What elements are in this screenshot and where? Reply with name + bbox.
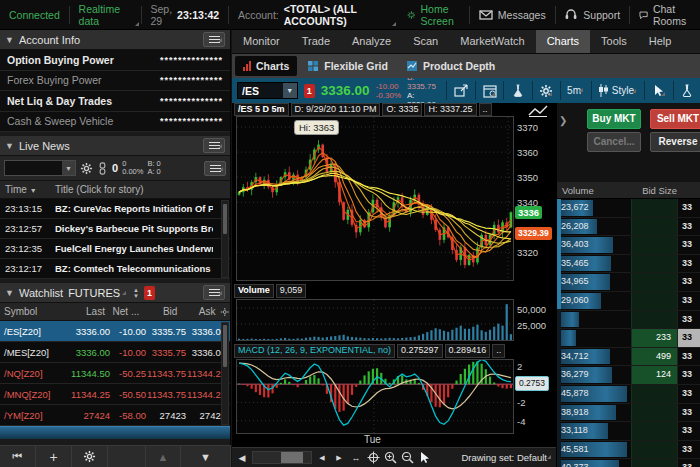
account-info-row[interactable]: Forex Buying Power************** [0,71,230,92]
gear-icon[interactable] [80,162,93,175]
account-info-header[interactable]: ▼ Account Info [0,30,230,50]
ladder-bid-size-cell[interactable] [631,422,677,440]
ladder-price-cell[interactable]: 33 [677,329,700,347]
chart-settings-gear-button[interactable] [539,82,555,100]
watchlist-scrollbar[interactable] [221,322,229,425]
account-info-row[interactable]: Net Liq & Day Trades************** [0,91,230,112]
ladder-bid-size-cell[interactable] [631,255,677,273]
collapse-left-button[interactable]: ⏮ [0,446,36,467]
news-col-title[interactable]: Title (Click for story) [55,184,144,195]
ladder-price-cell[interactable]: 33 [677,273,700,291]
flask-button[interactable] [510,82,526,100]
wl-col-bid[interactable]: Bid [139,306,177,317]
cursor-tool-button[interactable] [651,82,667,100]
watchlist-spinner[interactable]: ▲▼ [133,287,139,299]
news-row[interactable]: 23:13:15BZ: CureVac Reports Initiation O… [0,199,230,219]
home-screen-button[interactable]: Home Screen [398,0,469,30]
studies-flask-button[interactable] [679,82,695,100]
ladder-row[interactable]: 26,20833 [557,218,700,237]
ladder-bid-size-cell[interactable] [631,292,677,310]
tab-analyze[interactable]: Analyze [341,30,402,53]
ladder-row[interactable]: 38,91833 [557,404,700,423]
account-selector[interactable]: Account: <TOTAL> (ALL ACCOUNTS) [229,0,398,30]
ladder-row[interactable]: 29,06033 [557,292,700,311]
watchlist-header[interactable]: ▼ Watchlist FUTURES ▲▼ 1 [0,283,230,303]
gear-button[interactable] [72,446,108,467]
news-row[interactable]: 23:12:17BZ: Comtech Telecommunications s… [0,259,230,279]
ladder-row[interactable]: 45,87833 [557,385,700,404]
live-news-menu-button[interactable] [203,138,225,153]
sell-mkt-button[interactable]: Sell MKT [650,109,700,129]
scroll-up-button[interactable]: ▲ [145,446,181,467]
wl-col-symbol[interactable]: Symbol [0,306,57,317]
tab-tools[interactable]: Tools [590,30,638,53]
watchlist-row[interactable]: /NQ[Z20]11344.50-50.2511343.7511344.25 [0,363,230,384]
alert-badge[interactable]: 1 [304,84,315,98]
tab-scan[interactable]: Scan [402,30,449,53]
zoom-in-button[interactable] [383,450,397,465]
ladder-price-cell[interactable]: 33 [677,385,700,403]
scroll-down-button[interactable]: ▼ [181,446,231,467]
ladder-row[interactable]: 33 [557,311,700,330]
add-gadget-button[interactable]: + [36,446,72,467]
tab-charts[interactable]: Charts [536,30,590,53]
ladder-bid-size-cell[interactable] [631,199,677,217]
ladder-price-cell[interactable]: 33 [677,236,700,254]
watchlist-partial-row[interactable] [0,426,230,439]
panel-expander[interactable]: ❯ [559,115,567,126]
ladder-bid-size-cell[interactable] [631,404,677,422]
ladder-row[interactable]: 33,11833 [557,422,700,441]
messages-button[interactable]: Messages [470,0,555,30]
account-info-row[interactable]: Cash & Sweep Vehicle************** [0,112,230,133]
crosshair-button[interactable] [366,450,380,465]
drawing-set-selector[interactable]: Drawing set: Default [461,452,553,463]
zigzag-icon[interactable] [528,104,548,117]
news-scrollbar[interactable] [221,200,229,278]
ladder-bid-size-cell[interactable] [631,459,677,467]
ladder-bid-size-cell[interactable]: 124 [631,366,677,384]
ladder-row[interactable]: 45,58133 [557,441,700,460]
watchlist-selector[interactable]: FUTURES [68,287,128,299]
wl-col-ask[interactable]: Ask [177,306,215,317]
expand-horizontal-icon[interactable]: ↔ [349,450,363,465]
ladder-col-bid-size[interactable]: Bid Size [631,185,677,196]
ladder-bid-size-cell[interactable] [631,311,677,329]
ladder-price-cell[interactable]: 33 [677,366,700,384]
ladder-scrollbar-thumb[interactable] [557,199,561,309]
symbol-input[interactable]: /ES ▼ [237,82,298,99]
wl-col-net[interactable]: Net ... [105,306,139,317]
tab-marketwatch[interactable]: MarketWatch [449,30,535,53]
subtab-product-depth[interactable]: Product Depth [398,56,503,76]
tab-help[interactable]: Help [638,30,683,53]
ladder-bid-size-cell[interactable] [631,218,677,236]
wl-col-last[interactable]: Last [57,306,105,317]
step-back-button[interactable]: ◀ [315,450,329,465]
ladder-price-cell[interactable]: 33 [677,422,700,440]
timeframe-selector[interactable]: 5m [567,85,585,96]
account-info-row[interactable]: Option Buying Power************** [0,50,230,71]
price-axis-column[interactable]: 3370336033503340332033363329.3950,00025,… [514,103,556,447]
news-row[interactable]: 23:12:57Dickey's Barbecue Pit Supports B… [0,219,230,239]
tab-monitor[interactable]: Monitor [232,30,291,53]
realtime-data-menu[interactable]: Realtime data [70,0,141,30]
link-icon[interactable] [97,162,108,175]
ladder-row[interactable]: 36,40333 [557,236,700,255]
ladder-price-cell[interactable]: 33 [677,348,700,366]
ladder-bid-size-cell[interactable]: 499 [631,348,677,366]
ladder-bid-size-cell[interactable] [631,273,677,291]
ladder-price-cell[interactable]: 33 [677,404,700,422]
tab-trade[interactable]: Trade [291,30,341,53]
watchlist-row[interactable]: /MES[Z20]3336.00-10.003335.753336.00 [0,342,230,363]
news-toolbar-menu-button[interactable] [204,161,226,176]
gear-icon[interactable] [220,307,230,317]
ladder-row[interactable]: 34,96533 [557,273,700,292]
support-button[interactable]: Support [555,0,629,30]
ladder-row[interactable]: 35,46533 [557,255,700,274]
scroll-left-button[interactable]: ◀ [235,450,249,465]
macd-pane[interactable] [236,359,514,434]
ladder-price-cell[interactable]: 33 [677,292,700,310]
ladder-price-cell[interactable]: 33 [677,199,700,217]
ladder-bid-size-cell[interactable]: 233 [631,329,677,347]
reverse-button[interactable]: Reverse [650,132,700,152]
calendar-button[interactable] [482,82,498,100]
